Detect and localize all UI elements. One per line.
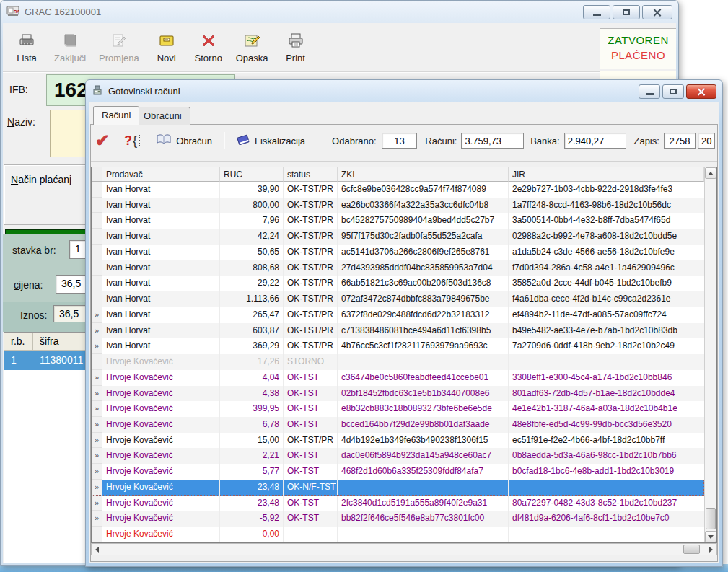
cell-zki xyxy=(338,354,509,370)
table-row[interactable]: Ivan Horvat808,68OK-TST/PR27d4393985dddf… xyxy=(92,260,704,276)
table-row[interactable]: »Hrvoje Kovačević5,77OK-TST468f2d1d60b6a… xyxy=(92,464,704,480)
table-row[interactable]: »Ivan Horvat603,87OK-TST/PRc713838486081… xyxy=(92,323,704,339)
scroll-up-button[interactable] xyxy=(705,167,716,179)
status-paid: PLAĆENO xyxy=(600,49,676,61)
toolbar-button-print[interactable]: Print xyxy=(275,30,317,66)
obracun-button[interactable]: Obračun xyxy=(152,131,216,150)
table-row[interactable]: »Hrvoje Kovačević23,48OK-TST2fc3840d1cd5… xyxy=(92,496,704,511)
zapis-field[interactable]: 2758 xyxy=(664,133,696,149)
col-marker[interactable] xyxy=(92,167,102,182)
cell-status: OK-TST xyxy=(284,464,338,480)
toolbar-button-label: Promjena xyxy=(99,53,139,63)
cell-zki: 66ab51821c3c69ac00b206f503d136c8 xyxy=(338,276,509,291)
blue-book-icon xyxy=(236,133,250,148)
cell-jir: 1a7ff248-8ccd-4163-98b6-18d2c10b56dc xyxy=(509,198,704,214)
table-row[interactable]: »Hrvoje Kovačević-5,92OK-TSTbb82f2f646ce… xyxy=(92,511,704,527)
cell-jir xyxy=(509,527,704,542)
table-row[interactable]: Ivan Horvat29,22OK-TST/PR66ab51821c3c69a… xyxy=(92,276,704,291)
tab-obracuni[interactable]: Obračuni xyxy=(135,107,190,125)
cell-jir: 7a2709d6-0ddf-418b-9eb2-18d2c10b2c49 xyxy=(509,338,704,354)
query-brace-icon[interactable]: ?{ xyxy=(124,133,141,149)
cell-name: Ivan Horvat xyxy=(102,198,220,214)
cell-zki: ac5141d3706a266c2806f9ef265e8761 xyxy=(338,245,509,260)
fiskalizacija-button[interactable]: Fiskalizacija xyxy=(232,131,309,150)
open-book-icon xyxy=(156,133,172,148)
minimize-button[interactable] xyxy=(583,5,610,19)
col-rb[interactable]: r.b. xyxy=(4,333,33,350)
cell-ruc: 2,21 xyxy=(220,448,284,464)
col-prodavac[interactable]: Prodavač xyxy=(102,167,220,182)
cell-zki: bc4528275750989404a9bed4dd5c27b7 xyxy=(338,213,509,229)
toolbar-button-novi[interactable]: Novi xyxy=(146,30,188,66)
table-row[interactable]: »Hrvoje Kovačević4,38OK-TST02bf18452fbdc… xyxy=(92,386,704,402)
dialog-maximize-button[interactable] xyxy=(662,84,684,99)
naziv-label: Naziv: xyxy=(7,116,35,128)
table-row[interactable]: Ivan Horvat7,96OK-TST/PRbc45282757509894… xyxy=(92,213,704,229)
table-row[interactable]: »Hrvoje Kovačević2,21OK-TSTdac0e06f5894b… xyxy=(92,448,704,464)
cell-ruc: 29,22 xyxy=(220,276,284,291)
cell-zki: 6372f8de029c488fdcd6d22b32183312 xyxy=(338,307,509,323)
cell-jir: 3a500514-0bb4-4e32-b8ff-7dba5474f65d xyxy=(509,213,704,229)
cell-zki: 4d4b192e1b349fe63b490238f1306f15 xyxy=(338,433,509,449)
table-row[interactable]: Ivan Horvat50,65OK-TST/PRac5141d3706a266… xyxy=(92,245,704,260)
scroll-down-button[interactable] xyxy=(705,531,716,542)
cell-status: OK-TST/PR xyxy=(284,291,338,307)
banka-field[interactable]: 2.940,27 xyxy=(564,133,627,149)
cell-status: OK-TST/PR xyxy=(284,307,338,323)
table-row[interactable]: »Hrvoje Kovačević399,95OK-TSTe8b32cb883c… xyxy=(92,401,704,417)
col-sifra[interactable]: šifra xyxy=(33,333,58,350)
cell-status: OK-TST/PR xyxy=(284,276,338,291)
toolbar-button-lista[interactable]: Lista xyxy=(6,30,48,66)
table-row[interactable]: Ivan Horvat800,00OK-TST/PRea26bc03366f4a… xyxy=(92,198,704,214)
cell-status: OK-TST/PR xyxy=(284,213,338,229)
table-row[interactable]: »Ivan Horvat265,47OK-TST/PR6372f8de029c4… xyxy=(92,307,704,323)
tab-racuni[interactable]: Računi xyxy=(93,106,139,125)
background-titlebar[interactable]: RA GRAC 162100001 xyxy=(1,1,678,23)
dialog-close-button[interactable] xyxy=(686,84,716,99)
dialog-minimize-button[interactable] xyxy=(639,84,660,99)
col-ruc[interactable]: RUC xyxy=(220,167,284,182)
table-row[interactable]: »Ivan Horvat369,29OK-TST/PR4b76cc5c3cf1f… xyxy=(92,338,704,354)
row-marker xyxy=(92,291,102,307)
table-row[interactable]: Ivan Horvat1.113,66OK-TST/PR072af3472c87… xyxy=(92,291,704,307)
dialog-titlebar[interactable]: Gotovinski računi xyxy=(86,80,722,102)
cell-jir: 02988a2c-b992-4e78-a608-18d2c10bdd5e xyxy=(509,229,704,245)
col-jir[interactable]: JIR xyxy=(509,167,704,182)
zapis-field-2[interactable]: 20 xyxy=(698,133,715,149)
stavka-label: stavka br: xyxy=(12,245,56,256)
horizontal-scroll-thumb[interactable] xyxy=(683,545,700,554)
row-marker: » xyxy=(92,417,102,433)
table-row[interactable]: »Hrvoje Kovačević15,00OK-TST/PR4d4b192e1… xyxy=(92,433,704,449)
row-marker xyxy=(92,182,102,198)
table-row[interactable]: Ivan Horvat39,90OK-TST/PR6cfc8e9be036428… xyxy=(92,182,704,198)
table-row[interactable]: »Hrvoje Kovačević4,04OK-TSTc36474be0c586… xyxy=(92,370,704,386)
close-button[interactable] xyxy=(642,5,672,19)
row-marker: » xyxy=(92,480,102,496)
vertical-scrollbar[interactable] xyxy=(704,167,716,542)
scroll-left-button[interactable] xyxy=(92,545,102,554)
col-status[interactable]: status xyxy=(284,167,338,182)
vertical-scroll-thumb[interactable] xyxy=(706,508,716,529)
cell-jir xyxy=(509,354,704,370)
cell-sifra: 11380011 xyxy=(33,351,83,370)
col-zki[interactable]: ZKI xyxy=(338,167,509,182)
table-row[interactable]: Ivan Horvat42,24OK-TST/PR95f7f175d30c2fa… xyxy=(92,229,704,245)
dialog-title: Gotovinski računi xyxy=(108,86,639,97)
odabrano-field[interactable]: 13 xyxy=(382,133,418,149)
scroll-right-button[interactable] xyxy=(706,545,716,554)
horizontal-scrollbar[interactable] xyxy=(91,543,717,555)
table-row[interactable]: »Hrvoje Kovačević6,78OK-TSTbcced164bb7f2… xyxy=(92,417,704,433)
table-row[interactable]: Hrvoje Kovačević17,26STORNO xyxy=(92,354,704,370)
table-row[interactable]: Hrvoje Kovačević0,00 xyxy=(92,527,704,542)
cijena-label: cijena: xyxy=(14,279,43,291)
table-row[interactable]: »Hrvoje Kovačević23,48OK-N/F-TST xyxy=(92,480,704,496)
gotovinski-racuni-dialog: Gotovinski računi Računi Obračuni ✔ ?{ O… xyxy=(85,79,723,567)
cell-jir: 0b8aedda-5d3a-46a6-98cc-1bd2c10b7bb6 xyxy=(509,448,704,464)
toolbar-button-opaska[interactable]: Opaska xyxy=(229,30,275,66)
toolbar-button-storno[interactable]: Storno xyxy=(188,30,229,66)
row-marker: » xyxy=(92,433,102,449)
confirm-check-icon[interactable]: ✔ xyxy=(95,133,110,149)
toolbar-button-zaključi: Zaključi xyxy=(48,30,92,66)
maximize-button[interactable] xyxy=(613,5,640,19)
racuni-field[interactable]: 3.759,73 xyxy=(461,133,524,149)
